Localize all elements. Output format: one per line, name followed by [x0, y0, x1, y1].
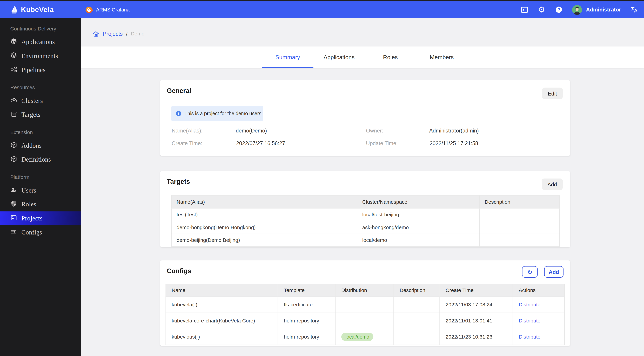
sidebar-group-extension: Extension — [10, 129, 81, 136]
sidebar-item-environments[interactable]: Environments — [0, 49, 81, 63]
table-row: test(Test) local/test-beijing — [172, 208, 560, 221]
sidebar-item-label: Users — [21, 187, 36, 194]
target-description — [480, 234, 560, 246]
svg-text:?: ? — [558, 7, 560, 12]
brand-name: KubeVela — [21, 6, 54, 14]
table-row: kubevela(-) tls-certificate 2022/11/03 1… — [166, 297, 564, 313]
config-distribution — [335, 313, 394, 329]
kubevela-logo-icon — [10, 6, 18, 14]
configs-col-distribution: Distribution — [335, 284, 394, 297]
sidebar-item-label: Projects — [21, 215, 42, 222]
distribute-link[interactable]: Distribute — [519, 302, 540, 308]
topnav-grafana-label: ARMS Grafana — [96, 7, 130, 13]
sidebar-item-configs[interactable]: Configs — [0, 225, 81, 239]
tab-members[interactable]: Members — [416, 47, 467, 68]
sidebar-item-clusters[interactable]: Clusters — [0, 94, 81, 108]
targets-table: Name(Alias) Cluster/Namespace Descriptio… — [171, 195, 560, 247]
avatar[interactable] — [572, 5, 582, 15]
language-switch-icon[interactable] — [630, 6, 638, 14]
window-top-edge — [0, 0, 644, 1]
create-time-value: 2022/07/27 16:56:27 — [236, 140, 285, 146]
topnav-grafana[interactable]: ARMS Grafana — [85, 6, 130, 14]
breadcrumb-current: Demo — [131, 31, 144, 37]
sidebar-item-label: Targets — [21, 111, 40, 118]
config-list-icon — [10, 228, 17, 237]
configs-add-button[interactable]: Add — [544, 266, 564, 278]
sidebar-group-continuous-delivery: Continuous Delivery — [10, 26, 81, 32]
sidebar-item-label: Roles — [21, 201, 36, 208]
sidebar-item-projects[interactable]: Projects — [0, 211, 81, 225]
kubevela-brand[interactable]: KubeVela — [0, 6, 81, 14]
cube-icon — [10, 141, 17, 150]
config-distribution: local/demo — [335, 329, 394, 345]
sidebar-item-targets[interactable]: Targets — [0, 108, 81, 122]
target-description — [480, 208, 560, 221]
sidebar-group-platform: Platform — [10, 174, 81, 181]
alert-text: This is a project for the demo users. — [184, 111, 263, 116]
owner-label: Owner: — [366, 127, 383, 134]
owner-value: Administrator(admin) — [429, 127, 479, 134]
sidebar-item-label: Addons — [21, 142, 42, 149]
grafana-icon — [85, 6, 93, 14]
tab-roles[interactable]: Roles — [365, 47, 416, 68]
configs-header-row: Name Template Distribution Description C… — [166, 284, 564, 297]
sidebar: Continuous Delivery Applications Environ… — [0, 18, 81, 356]
username[interactable]: Administrator — [586, 7, 621, 13]
help-icon[interactable]: ? — [555, 6, 563, 14]
targets-add-button[interactable]: Add — [542, 179, 563, 190]
general-card: General Edit This is a project for the d… — [160, 80, 570, 156]
configs-col-create-time: Create Time — [440, 284, 513, 297]
distribute-link[interactable]: Distribute — [519, 318, 540, 324]
tab-summary[interactable]: Summary — [262, 47, 313, 68]
configs-card: Configs ↻ Add Name Template Distribution… — [160, 260, 570, 346]
tab-strip: Summary Applications Roles Members — [81, 47, 644, 68]
config-distribution — [335, 297, 394, 313]
table-row: kubevela-core-chart(KubeVela Core) helm-… — [166, 313, 564, 329]
info-icon — [176, 111, 182, 116]
config-name: kubevela(-) — [166, 297, 278, 313]
pipeline-icon — [10, 66, 17, 74]
targets-col-name: Name(Alias) — [172, 196, 357, 208]
top-bar: KubeVela ARMS Grafana — [0, 1, 644, 18]
main-content: Projects / Demo Summary Applications Rol… — [81, 18, 644, 346]
sidebar-item-pipelines[interactable]: Pipelines — [0, 63, 81, 77]
users-icon — [10, 186, 17, 195]
distribute-link[interactable]: Distribute — [519, 334, 540, 340]
refresh-icon: ↻ — [527, 268, 532, 276]
targets-header-row: Name(Alias) Cluster/Namespace Descriptio… — [172, 196, 560, 208]
targets-col-description: Description — [480, 196, 560, 208]
sidebar-item-addons[interactable]: Addons — [0, 139, 81, 153]
layers-outline-icon — [10, 52, 17, 60]
sidebar-item-applications[interactable]: Applications — [0, 35, 81, 49]
config-template: tls-certificate — [278, 297, 335, 313]
target-name: test(Test) — [172, 208, 357, 221]
table-row: kubevious(-) helm-repository local/demo … — [166, 329, 564, 345]
config-create-time: 2022/11/03 17:08:24 — [440, 297, 513, 313]
edit-button[interactable]: Edit — [542, 88, 563, 99]
sidebar-item-label: Environments — [21, 52, 58, 60]
config-description — [394, 329, 440, 345]
config-description — [394, 313, 440, 329]
sidebar-item-users[interactable]: Users — [0, 184, 81, 198]
sidebar-item-roles[interactable]: Roles — [0, 197, 81, 211]
target-name: demo-hongkong(Demo Hongkong) — [172, 221, 357, 234]
target-description — [480, 221, 560, 234]
config-actions: Distribute — [513, 313, 564, 329]
tab-applications[interactable]: Applications — [314, 47, 365, 68]
sidebar-item-definitions[interactable]: Definitions — [0, 153, 81, 167]
terminal-icon[interactable] — [520, 6, 528, 14]
sidebar-item-label: Pipelines — [21, 66, 46, 74]
breadcrumb-projects-link[interactable]: Projects — [103, 31, 123, 37]
target-cluster: ask-hongkong/demo — [357, 221, 480, 234]
config-template: helm-repository — [278, 313, 335, 329]
home-icon[interactable] — [92, 30, 100, 37]
refresh-button[interactable]: ↻ — [522, 266, 538, 278]
config-template: helm-repository — [278, 329, 335, 345]
targets-card: Targets Add Name(Alias) Cluster/Namespac… — [160, 171, 570, 247]
target-cluster: local/demo — [357, 234, 480, 246]
sidebar-group-resources: Resources — [10, 84, 81, 91]
targets-title: Targets — [167, 178, 190, 186]
gear-icon[interactable]: ⚙ — [538, 6, 546, 14]
config-description — [394, 297, 440, 313]
create-time-label: Create Time: — [172, 140, 202, 146]
